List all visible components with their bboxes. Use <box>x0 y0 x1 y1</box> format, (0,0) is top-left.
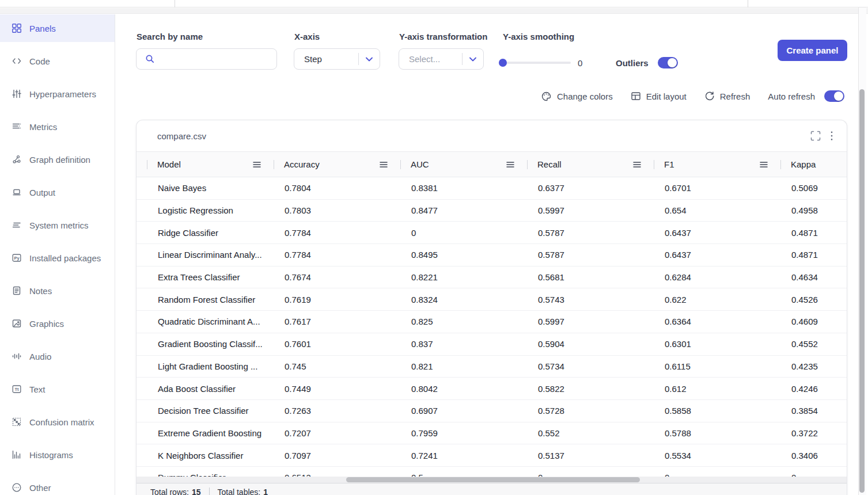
table-cell: 0.7601 <box>274 333 400 355</box>
table-cell: Random Forest Classifier <box>147 288 274 310</box>
sidebar-item-panels[interactable]: Panels <box>0 14 115 42</box>
create-panel-button[interactable]: Create panel <box>778 40 847 61</box>
table-cell: 0.5822 <box>527 378 654 399</box>
table-cell: 0.4609 <box>780 311 847 333</box>
column-divider <box>527 160 528 169</box>
table-row[interactable]: Ridge Classifier0.778400.57870.64370.487… <box>137 222 847 244</box>
panels-grid-icon <box>12 23 22 33</box>
sidebar-item-label: Notes <box>29 286 52 296</box>
table-cell: 0.5787 <box>527 222 654 243</box>
table-cell: 0.7959 <box>400 422 527 444</box>
xaxis-label: X-axis <box>294 32 320 41</box>
horizontal-scrollbar-thumb[interactable] <box>346 477 640 482</box>
search-input[interactable] <box>161 51 275 68</box>
table-row[interactable]: Random Forest Classifier0.76190.83240.57… <box>137 288 847 311</box>
change-colors-button[interactable]: Change colors <box>541 91 613 102</box>
table-row[interactable]: Ada Boost Classifier0.74490.80420.58220.… <box>137 378 847 400</box>
sidebar-item-label: Graph definition <box>29 155 90 165</box>
column-menu-icon[interactable] <box>760 161 768 168</box>
table-cell: Linear Discriminant Analy... <box>147 244 274 266</box>
sidebar-item-label: Panels <box>29 24 56 33</box>
outliers-toggle[interactable] <box>658 57 678 68</box>
sidebar-item-code[interactable]: Code <box>0 47 115 75</box>
compare-panel: compare.csv Model Accuracy AUC Recall F1 <box>136 120 847 495</box>
slider-thumb[interactable] <box>499 59 507 67</box>
table-column-header: Model Accuracy AUC Recall F1 Kappa <box>137 151 847 177</box>
python-package-icon: Py <box>12 253 22 263</box>
table-row[interactable]: Logistic Regression0.78030.84770.59970.6… <box>137 200 847 222</box>
column-label: F1 <box>664 159 674 169</box>
chevron-down-icon <box>359 57 380 62</box>
table-row[interactable]: Linear Discriminant Analy...0.77840.8495… <box>137 244 847 266</box>
sidebar-item-graphics[interactable]: Graphics <box>0 310 115 337</box>
kebab-menu-icon[interactable] <box>831 131 833 140</box>
column-menu-icon[interactable] <box>506 161 514 168</box>
table-footer: Total rows: 15 Total tables: 1 <box>137 483 847 495</box>
table-cell: 0.622 <box>654 288 780 310</box>
ytrans-select[interactable]: Select... <box>399 48 484 70</box>
sidebar-item-label: Hyperparameters <box>29 89 96 99</box>
table-cell: 0.3854 <box>780 400 847 422</box>
vertical-scrollbar-thumb[interactable] <box>859 89 865 493</box>
table-cell: 0.745 <box>274 356 400 378</box>
smoothing-slider[interactable] <box>499 62 571 64</box>
table-row[interactable]: Light Gradient Boosting ...0.7450.8210.5… <box>137 356 847 378</box>
table-cell: 0.7674 <box>274 266 400 288</box>
sidebar-item-notes[interactable]: Notes <box>0 277 115 304</box>
table-row[interactable]: Decision Tree Classifier0.72630.69070.57… <box>137 400 847 422</box>
sidebar-item-output[interactable]: Output <box>0 178 115 206</box>
column-menu-icon[interactable] <box>633 161 641 168</box>
sidebar-item-hyperparameters[interactable]: Hyperparameters <box>0 80 115 108</box>
total-rows-value: 15 <box>192 488 201 495</box>
table-cell: 0.7263 <box>274 400 400 422</box>
table-cell: 0.6284 <box>654 266 780 288</box>
column-header-cell[interactable]: Accuracy <box>274 152 400 177</box>
table-row[interactable]: Gradient Boosting Classif...0.76010.8370… <box>137 333 847 356</box>
column-header-cell[interactable]: F1 <box>654 152 780 177</box>
table-cell: Quadratic Discriminant A... <box>147 311 274 333</box>
table-row[interactable]: Quadratic Discriminant A...0.76170.8250.… <box>137 311 847 333</box>
table-row[interactable]: K Neighbors Classifier0.70970.72410.5137… <box>137 444 847 467</box>
table-cell: 0.6701 <box>654 177 780 199</box>
column-divider <box>654 160 654 169</box>
sidebar-item-text[interactable]: Tt Text <box>0 375 115 403</box>
sidebar-item-audio[interactable]: Audio <box>0 342 115 370</box>
column-header-cell[interactable]: Model <box>147 152 274 177</box>
edit-layout-button[interactable]: Edit layout <box>631 91 687 101</box>
expand-icon[interactable] <box>810 131 821 141</box>
sidebar-item-confusion-matrix[interactable]: Confusion matrix <box>0 408 115 436</box>
table-cell: K Neighbors Classifier <box>147 444 274 466</box>
sidebar-item-label: Installed packages <box>29 253 101 263</box>
table-row[interactable]: Extreme Gradient Boosting0.72070.79590.5… <box>137 422 847 445</box>
table-cell: 0.6377 <box>527 177 654 199</box>
column-header-cell[interactable]: AUC <box>400 152 527 177</box>
column-menu-icon[interactable] <box>380 161 388 168</box>
table-cell: Decision Tree Classifier <box>147 400 274 422</box>
edit-layout-label: Edit layout <box>646 92 687 101</box>
sidebar-item-system-metrics[interactable]: System metrics <box>0 211 115 239</box>
text-icon: Tt <box>12 384 22 394</box>
column-menu-icon[interactable] <box>253 161 261 168</box>
sidebar-item-label: Confusion matrix <box>29 417 94 427</box>
ysmooth-label: Y-axis smoothing <box>503 32 574 41</box>
sidebar-item-graph-definition[interactable]: Graph definition <box>0 146 115 173</box>
column-header-cell[interactable]: Kappa <box>780 152 847 177</box>
table-row[interactable]: Naive Bayes0.78040.83810.63770.67010.506… <box>137 177 847 200</box>
auto-refresh-label: Auto refresh <box>768 92 815 101</box>
sidebar-item-metrics[interactable]: Metrics <box>0 113 115 140</box>
sidebar-item-installed-packages[interactable]: Py Installed packages <box>0 244 115 272</box>
table-cell: 0.7803 <box>274 200 400 222</box>
table-cell: 0.5997 <box>527 311 654 333</box>
sidebar-item-label: Histograms <box>29 450 73 460</box>
auto-refresh-toggle[interactable] <box>824 90 844 102</box>
xaxis-select[interactable]: Step <box>294 48 380 70</box>
table-cell: 0.7784 <box>274 222 400 243</box>
sidebar-item-other[interactable]: Other <box>0 474 115 495</box>
refresh-button[interactable]: Refresh <box>704 91 751 101</box>
table-row[interactable]: Extra Trees Classifier0.76740.82210.5681… <box>137 266 847 289</box>
column-header-cell[interactable]: Recall <box>527 152 654 177</box>
table-cell: 0.821 <box>400 356 527 378</box>
sidebar-item-histograms[interactable]: Histograms <box>0 441 115 469</box>
column-divider <box>780 160 781 169</box>
sidebar-item-label: Metrics <box>29 122 57 132</box>
